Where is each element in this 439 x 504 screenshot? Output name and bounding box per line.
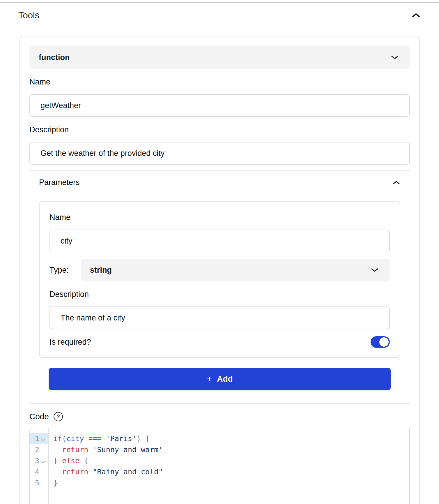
param-description-label: Description: [49, 290, 390, 299]
parameters-title: Parameters: [39, 178, 80, 187]
code-content[interactable]: if(city === 'Paris') { return 'Sunny and…: [49, 428, 409, 504]
parameter-card: Name Type: string Description Is require…: [39, 201, 400, 358]
parameters-section: Parameters Name Type: string Description: [29, 178, 410, 390]
fold-chevron-icon[interactable]: [41, 437, 45, 441]
param-type-select-value: string: [90, 266, 112, 275]
tool-card: function Name Description Parameters Nam…: [20, 36, 420, 504]
line-number: 3: [30, 455, 48, 466]
name-input[interactable]: [29, 94, 410, 117]
line-number: 5: [30, 477, 48, 488]
page-title: Tools: [18, 10, 39, 21]
code-line: } else {: [53, 455, 409, 466]
code-label: Code: [29, 412, 49, 421]
code-line: if(city === 'Paris') {: [53, 433, 409, 444]
code-line: return 'Sunny and warm': [53, 444, 409, 455]
tool-type-select-value: function: [39, 53, 70, 62]
line-number: 1: [30, 433, 48, 444]
param-type-select[interactable]: string: [81, 259, 390, 281]
add-parameter-button[interactable]: + Add: [49, 368, 391, 390]
section-divider: [29, 403, 410, 404]
param-type-row: Type: string: [49, 259, 390, 281]
param-name-label: Name: [49, 213, 390, 222]
help-circle-icon[interactable]: ?: [54, 412, 63, 421]
name-label: Name: [29, 77, 410, 87]
parameters-header[interactable]: Parameters: [39, 178, 400, 187]
code-line: }: [53, 477, 409, 488]
chevron-down-icon: [371, 267, 379, 273]
param-required-row: Is required?: [49, 336, 390, 348]
fold-chevron-icon[interactable]: [41, 459, 45, 463]
toggle-knob: [379, 337, 389, 347]
chevron-up-icon: [412, 13, 420, 18]
required-label: Is required?: [49, 338, 91, 347]
plus-icon: +: [206, 374, 212, 384]
line-number: 4: [30, 466, 48, 477]
add-button-label: Add: [217, 374, 233, 384]
code-editor[interactable]: 12345 if(city === 'Paris') { return 'Sun…: [29, 428, 410, 504]
param-type-label: Type:: [49, 266, 81, 275]
required-toggle[interactable]: [371, 336, 390, 348]
chevron-up-icon: [392, 180, 400, 185]
chevron-down-icon: [391, 55, 399, 60]
code-header-row: Code ?: [29, 412, 410, 421]
param-description-input[interactable]: [49, 306, 390, 329]
section-divider: [29, 170, 410, 171]
code-gutter: 12345: [30, 428, 49, 504]
line-number: 2: [30, 444, 48, 455]
tools-collapse-button[interactable]: [412, 13, 420, 18]
param-name-input[interactable]: [49, 230, 390, 252]
code-line: return "Rainy and cold": [53, 466, 409, 477]
tool-type-select[interactable]: function: [29, 46, 410, 69]
description-label: Description: [29, 125, 410, 134]
description-input[interactable]: [29, 142, 410, 165]
tools-section-header: Tools: [0, 3, 439, 21]
